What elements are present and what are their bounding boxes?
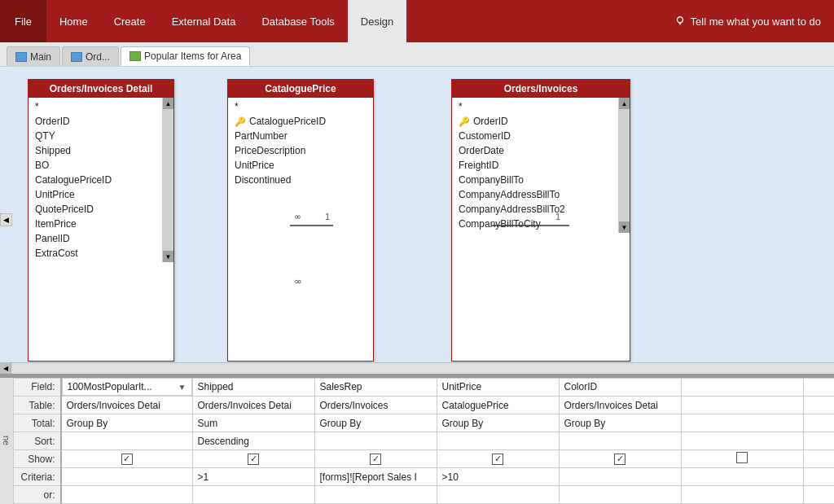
grid-or-3[interactable] [314, 486, 437, 504]
grid-criteria-2[interactable]: >1 [192, 468, 314, 486]
scroll-left-btn[interactable]: ◀ [0, 362, 11, 374]
grid-table-4[interactable]: CataloguePrice [437, 397, 559, 414]
tab-database-tools[interactable]: Database Tools [248, 0, 347, 42]
tab-popular-icon [129, 51, 141, 61]
tab-design[interactable]: Design [348, 0, 406, 42]
grid-table-7[interactable] [803, 397, 834, 414]
lightbulb-icon [674, 15, 686, 27]
grid-or-6[interactable] [681, 486, 803, 504]
tab-ord[interactable]: Ord... [62, 46, 119, 66]
file-menu[interactable]: File [0, 0, 46, 42]
tab-popular-items[interactable]: Popular Items for Area [121, 46, 250, 66]
grid-total-3[interactable]: Group By [314, 414, 437, 432]
grid-table-6[interactable] [681, 397, 803, 414]
field-discontinued: Discontinued [228, 173, 373, 187]
row-label-show: Show: [12, 450, 61, 468]
grid-total-5[interactable]: Group By [559, 414, 681, 432]
scroll-down-3[interactable]: ▼ [619, 221, 630, 233]
grid-sort-5[interactable] [559, 432, 681, 450]
checkbox-2[interactable] [248, 454, 259, 465]
grid-criteria-1[interactable] [61, 468, 193, 486]
checkbox-5[interactable] [614, 454, 626, 465]
grid-field-3[interactable]: SalesRep [314, 378, 437, 397]
grid-field-7[interactable] [803, 378, 834, 397]
ribbon-search[interactable]: Tell me what you want to do [661, 15, 834, 28]
grid-row-sort: Sort: Descending [12, 432, 835, 450]
grid-or-1[interactable] [61, 486, 193, 504]
grid-table-2[interactable]: Orders/Invoices Detai [192, 397, 314, 414]
grid-show-2[interactable] [192, 450, 314, 468]
row-label-table: Table: [12, 397, 61, 414]
grid-criteria-6[interactable] [681, 468, 803, 486]
table-body-2: * 🔑 CataloguePriceID PartNumber PriceDes… [228, 98, 373, 189]
grid-total-1[interactable]: Group By [61, 414, 193, 432]
tab-ord-label: Ord... [86, 51, 110, 63]
grid-sort-3[interactable] [314, 432, 437, 450]
grid-table-3[interactable]: Orders/Invoices [314, 397, 437, 414]
grid-show-1[interactable] [61, 450, 193, 468]
grid-sort-2[interactable]: Descending [192, 432, 314, 450]
dropdown-1[interactable]: ▼ [178, 383, 187, 392]
grid-row-criteria: Criteria: >1 [forms]![Report Sales I >10 [12, 468, 835, 486]
field-shipped: Shipped [29, 143, 162, 158]
scroll-left[interactable]: ◀ [0, 213, 12, 226]
grid-total-4[interactable]: Group By [437, 414, 559, 432]
grid-criteria-7[interactable] [803, 468, 834, 486]
field-freightid: FreightID [452, 158, 618, 173]
grid-field-2[interactable]: Shipped [192, 378, 314, 397]
tab-home[interactable]: Home [46, 0, 101, 42]
grid-table-1[interactable]: Orders/Invoices Detai [61, 397, 193, 414]
field-companybillto: CompanyBillTo [452, 173, 618, 187]
ribbon-tabs: Home Create External Data Database Tools… [46, 0, 661, 42]
grid-sort-4[interactable] [437, 432, 559, 450]
grid-show-4[interactable] [437, 450, 559, 468]
scroll-up-3[interactable]: ▲ [619, 98, 630, 109]
tab-popular-label: Popular Items for Area [144, 50, 241, 62]
table-orders-invoices: Orders/Invoices * 🔑 OrderID CustomerID O… [451, 79, 630, 362]
grid-show-7[interactable] [803, 450, 834, 468]
grid-criteria-5[interactable] [559, 468, 681, 486]
checkbox-6[interactable] [736, 452, 748, 463]
field-orderdate: OrderDate [452, 143, 618, 158]
field-qty: QTY [29, 129, 162, 143]
grid-field-5[interactable]: ColorID [559, 378, 681, 397]
table-header-3: Orders/Invoices [452, 80, 630, 98]
grid-criteria-4[interactable]: >10 [437, 468, 559, 486]
checkbox-3[interactable] [370, 454, 381, 465]
grid-sort-7[interactable] [803, 432, 834, 450]
scrollbar-1[interactable]: ▲ ▼ [162, 98, 173, 262]
grid-total-7[interactable] [803, 414, 834, 432]
grid-sort-6[interactable] [681, 432, 803, 450]
grid-show-3[interactable] [314, 450, 437, 468]
grid-show-5[interactable] [559, 450, 681, 468]
grid-total-2[interactable]: Sum [192, 414, 314, 432]
horiz-scrollbar[interactable]: ◀ [0, 362, 834, 374]
grid-field-6[interactable] [681, 378, 803, 397]
grid-field-4[interactable]: UnitPrice [437, 378, 559, 397]
tab-external-data[interactable]: External Data [159, 0, 249, 42]
row-label-or: or: [12, 486, 61, 504]
grid-show-6[interactable] [681, 450, 803, 468]
grid-criteria-3[interactable]: [forms]![Report Sales I [314, 468, 437, 486]
grid-field-1[interactable]: 100MostPopularIt... ▼ [62, 378, 192, 396]
field-cataloguepriceid-2: 🔑 CataloguePriceID [228, 114, 373, 129]
grid-row-or: or: [12, 486, 835, 504]
grid-table-5[interactable]: Orders/Invoices Detai [559, 397, 681, 414]
grid-or-7[interactable] [803, 486, 834, 504]
table-catalogue-price: CataloguePrice * 🔑 CataloguePriceID Part… [227, 79, 374, 362]
grid-or-5[interactable] [559, 486, 681, 504]
scroll-thumb-3 [619, 109, 630, 221]
scrollbar-3[interactable]: ▲ ▼ [618, 98, 630, 233]
search-text: Tell me what you want to do [691, 15, 821, 28]
grid-or-4[interactable] [437, 486, 559, 504]
checkbox-1[interactable] [121, 454, 133, 465]
grid-sort-1[interactable] [61, 432, 193, 450]
row-label-total: Total: [12, 414, 61, 432]
scroll-down-1[interactable]: ▼ [163, 251, 173, 262]
scroll-up-1[interactable]: ▲ [163, 98, 173, 109]
grid-or-2[interactable] [192, 486, 314, 504]
checkbox-4[interactable] [492, 454, 503, 465]
grid-total-6[interactable] [681, 414, 803, 432]
tab-create[interactable]: Create [101, 0, 159, 42]
tab-main[interactable]: Main [7, 46, 60, 66]
